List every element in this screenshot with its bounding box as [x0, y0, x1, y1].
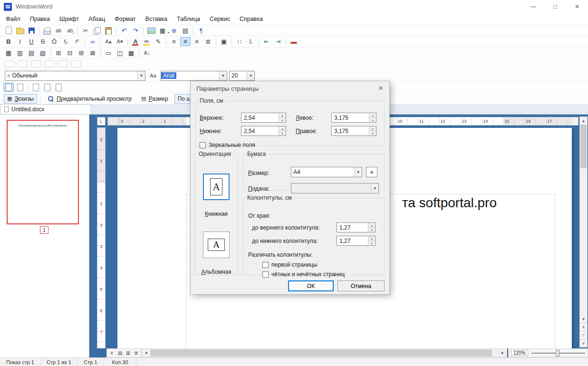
menu-item-format[interactable]: Формат	[110, 16, 140, 22]
landscape-orientation-button[interactable]: A	[203, 231, 230, 258]
web-layout-button[interactable]: ▤	[116, 349, 124, 356]
style-select[interactable]: ≡ Обычный ▾	[5, 71, 145, 81]
scroll-left-icon[interactable]: ◄	[142, 349, 150, 357]
header-distance-input[interactable]: 1,27	[337, 223, 368, 232]
horizontal-scrollbar[interactable]: ◄ ►	[142, 348, 507, 357]
checkbox-icon[interactable]	[262, 271, 269, 278]
draw-button[interactable]: ✎	[153, 37, 164, 46]
reading-view-button[interactable]	[53, 83, 64, 92]
left-margin-input[interactable]: 3,175	[332, 113, 369, 122]
menu-item-font[interactable]: Шрифт	[55, 16, 84, 22]
grow-font-button[interactable]: A▴	[103, 37, 114, 46]
right-margin-spinner[interactable]: 3,175 ▲▼	[331, 126, 376, 136]
table-borders-icon[interactable]: ▩	[126, 48, 136, 58]
menu-item-insert[interactable]: Вставка	[141, 16, 172, 22]
vertical-ruler[interactable]: 2112345678	[97, 127, 106, 348]
vertical-scroll-track[interactable]	[580, 168, 587, 315]
paste-icon[interactable]	[103, 26, 114, 35]
spin-down-icon[interactable]: ▼	[369, 131, 376, 135]
spin-down-icon[interactable]: ▼	[279, 131, 286, 135]
header-distance-spinner[interactable]: 1,27 ▲▼	[337, 222, 376, 232]
underline-button[interactable]: U	[26, 37, 37, 46]
menu-item-help[interactable]: Справка	[235, 16, 268, 22]
document-tab[interactable]: Untitled.docx	[0, 104, 91, 114]
chevron-down-icon[interactable]: ▾	[371, 183, 378, 193]
justify-button[interactable]: ≣	[203, 37, 213, 46]
mirror-margins-checkbox[interactable]: Зеркальные поля	[200, 142, 255, 148]
page-size-button[interactable]: ▤ Размер	[138, 94, 172, 104]
hyperlink-icon[interactable]: ⊕	[169, 26, 179, 35]
link-icon[interactable]: ∞	[87, 37, 98, 46]
browse-object-button[interactable]: ○	[580, 331, 587, 339]
shrink-font-button[interactable]: A▾	[115, 37, 125, 46]
chevron-down-icon[interactable]: ▾	[137, 71, 145, 80]
split-cells-icon[interactable]: ◫	[115, 48, 125, 58]
save-icon[interactable]	[26, 26, 37, 35]
insert-table-icon[interactable]: ▦	[3, 48, 14, 58]
dialog-close-icon[interactable]: ✕	[372, 81, 389, 95]
menu-item-file[interactable]: Файл	[1, 16, 25, 22]
odd-even-checkbox[interactable]: чётных и нечётных страниц	[262, 271, 345, 278]
cut-icon[interactable]: ✂	[80, 26, 91, 35]
overline-button[interactable]: Ō	[49, 37, 59, 46]
spin-down-icon[interactable]: ▼	[279, 117, 286, 122]
numbered-list-button[interactable]: 1.	[246, 37, 256, 46]
chevron-down-icon[interactable]: ▾	[354, 167, 362, 177]
spin-up-icon[interactable]: ▲	[279, 113, 286, 117]
portrait-orientation-button[interactable]: A	[203, 173, 230, 200]
chevron-down-icon[interactable]: ▾	[219, 71, 227, 80]
spellcheck-icon[interactable]: ab	[65, 26, 75, 35]
blank-button[interactable]	[4, 60, 15, 67]
zoom-slider-handle[interactable]	[556, 350, 559, 356]
undo-icon[interactable]: ↶	[119, 26, 129, 35]
bold-button[interactable]: B	[3, 37, 14, 46]
horizontal-rule-button[interactable]: ▬	[289, 37, 299, 46]
new-document-icon[interactable]	[3, 26, 14, 35]
blank-button[interactable]	[71, 60, 81, 67]
merge-cells-icon[interactable]: ▭	[103, 48, 114, 58]
spin-down-icon[interactable]: ▼	[368, 241, 375, 245]
delete-cells-icon[interactable]: ⊠	[87, 48, 98, 58]
first-page-checkbox[interactable]: первой страницы	[262, 261, 317, 268]
menu-item-table[interactable]: Таблица	[172, 16, 205, 22]
font-size-select[interactable]: 20 ▾	[229, 71, 255, 81]
web-layout-view-button[interactable]	[15, 83, 25, 92]
vertical-scrollbar[interactable]: ▲ ▼ ∧ ○ ∨	[579, 116, 588, 347]
print-layout-button[interactable]: ▥	[124, 349, 132, 356]
spin-down-icon[interactable]: ▼	[369, 117, 376, 122]
scroll-right-icon[interactable]: ►	[499, 349, 507, 357]
checkbox-icon[interactable]	[262, 262, 269, 268]
strikethrough-button[interactable]: S	[38, 37, 48, 46]
spin-down-icon[interactable]: ▼	[368, 227, 375, 232]
scroll-down-icon[interactable]: ▼	[580, 315, 587, 323]
open-icon[interactable]	[15, 26, 25, 35]
bottom-margin-input[interactable]: 2,54	[241, 126, 279, 135]
spin-up-icon[interactable]: ▲	[369, 126, 376, 131]
blank-button[interactable]	[31, 60, 41, 67]
thumbnails-button[interactable]: ▦ Эскизы	[4, 94, 37, 104]
spin-up-icon[interactable]: ▲	[279, 126, 286, 131]
align-center-button[interactable]: ≡	[180, 37, 191, 46]
align-right-button[interactable]: ≡	[192, 37, 202, 46]
print-preview-button[interactable]: Предварительный просмотр	[43, 94, 135, 104]
top-margin-spinner[interactable]: 2,54 ▲▼	[241, 113, 286, 123]
spin-up-icon[interactable]: ▲	[368, 236, 375, 241]
italic-button[interactable]: I	[15, 37, 25, 46]
formatting-marks-icon[interactable]: ¶	[196, 26, 206, 35]
next-page-button[interactable]: ∨	[580, 339, 587, 347]
scroll-up-icon[interactable]: ▲	[580, 117, 587, 125]
font-select[interactable]: Arial ▾	[161, 71, 227, 81]
blank-button[interactable]	[58, 60, 68, 67]
align-left-button[interactable]: ≡	[169, 37, 179, 46]
draft-view-button[interactable]: ≡	[108, 349, 116, 356]
footer-distance-input[interactable]: 1,27	[337, 236, 368, 245]
insert-row-above-icon[interactable]: ⊞	[53, 48, 64, 58]
bullet-list-button[interactable]: ∷	[234, 37, 245, 46]
outline-view-button[interactable]: ≣	[132, 349, 140, 356]
menu-item-paragraph[interactable]: Абзац	[84, 16, 110, 22]
checkbox-icon[interactable]	[200, 142, 206, 148]
cancel-button[interactable]: Отмена	[337, 280, 385, 291]
copy-icon[interactable]	[92, 26, 102, 35]
insert-column-icon[interactable]: ⊞	[76, 48, 87, 58]
find-icon[interactable]: ab	[53, 26, 64, 35]
